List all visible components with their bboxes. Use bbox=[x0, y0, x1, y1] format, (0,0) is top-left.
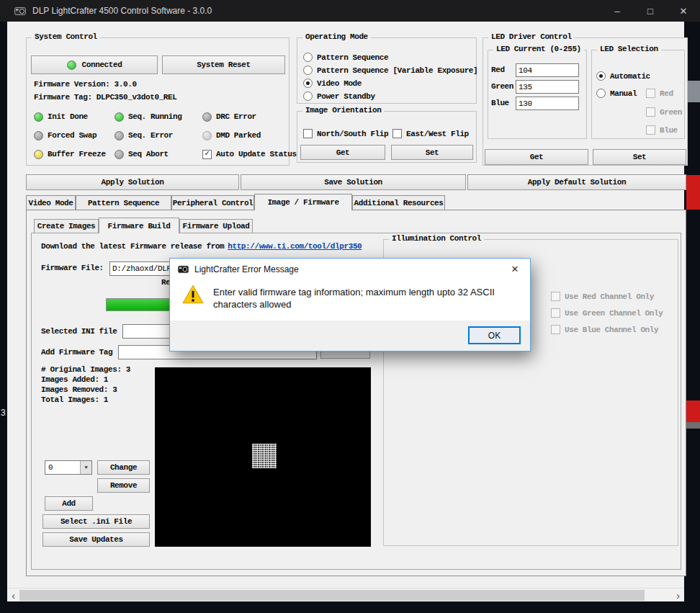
use-blue-only-option: Use Blue Channel Only bbox=[551, 325, 658, 334]
led-driver-control-group: LED Driver Control LED Current (0-255) R… bbox=[483, 37, 688, 166]
orientation-set-button[interactable]: Set bbox=[391, 145, 473, 160]
checkbox-label: East/West Flip bbox=[406, 130, 469, 138]
use-green-only-option: Use Green Channel Only bbox=[551, 308, 663, 318]
led-label: Seq Abort bbox=[128, 150, 169, 158]
selected-ini-label: Selected INI file bbox=[41, 327, 117, 336]
connected-label: Connected bbox=[82, 61, 122, 69]
green-current-input[interactable] bbox=[516, 80, 579, 94]
tab-pattern-sequence[interactable]: Pattern Sequence bbox=[76, 195, 171, 210]
select-ini-file-button[interactable]: Select .ini File bbox=[42, 514, 150, 529]
use-red-only-option: Use Red Channel Only bbox=[551, 292, 654, 301]
led-label: Buffer Freeze bbox=[48, 150, 106, 158]
pattern-sequence-radio[interactable] bbox=[303, 53, 313, 62]
east-west-checkbox[interactable] bbox=[392, 129, 402, 138]
save-solution-button[interactable]: Save Solution bbox=[241, 174, 466, 190]
apply-solution-button[interactable]: Apply Solution bbox=[26, 174, 239, 190]
green-label: Green bbox=[491, 82, 513, 91]
download-line: Download the latest Firmware release fro… bbox=[41, 242, 362, 251]
power-standby-radio[interactable] bbox=[303, 91, 313, 101]
checkbox-label: Use Blue Channel Only bbox=[565, 326, 658, 334]
firmware-tag-text: Firmware Tag: DLPC350_v3dot0_REL bbox=[34, 93, 176, 102]
tab-image-firmware[interactable]: Image / Firmware bbox=[254, 194, 352, 210]
desktop-stray-text: 3 bbox=[1, 408, 6, 418]
image-orientation-group: Image Orientation North/South Flip East/… bbox=[297, 111, 477, 163]
group-title: LED Driver Control bbox=[488, 32, 575, 41]
horizontal-scrollbar[interactable]: ‹ › bbox=[7, 588, 684, 601]
firmware-download-link[interactable]: http://www.ti.com/tool/dlpr350 bbox=[228, 242, 362, 251]
pattern-sequence-ve-option: Pattern Sequence [Variable Exposure] bbox=[303, 66, 477, 75]
radio-label: Automatic bbox=[610, 72, 650, 81]
minimize-button[interactable]: – bbox=[601, 0, 634, 22]
connected-button[interactable]: Connected bbox=[31, 55, 158, 74]
group-title: Operating Mode bbox=[302, 32, 371, 41]
led-current-group: LED Current (0-255) Red Green Blue bbox=[488, 50, 587, 139]
dropdown-value: 0 bbox=[45, 463, 80, 472]
automatic-radio[interactable] bbox=[596, 71, 606, 81]
radio-label: Video Mode bbox=[317, 79, 362, 88]
init-done-led-icon bbox=[34, 112, 43, 122]
group-title: Illumination Control bbox=[389, 234, 484, 243]
ok-button[interactable]: OK bbox=[468, 326, 521, 344]
led-get-button[interactable]: Get bbox=[485, 149, 588, 165]
north-south-checkbox[interactable] bbox=[303, 129, 313, 138]
add-button[interactable]: Add bbox=[45, 496, 93, 511]
image-index-dropdown[interactable]: 0 ▼ bbox=[45, 460, 92, 475]
tab-firmware-upload[interactable]: Firmware Upload bbox=[179, 219, 253, 233]
power-standby-option: Power Standby bbox=[303, 91, 375, 101]
checkbox-label: Use Green Channel Only bbox=[565, 309, 663, 318]
orientation-get-button[interactable]: Get bbox=[300, 145, 385, 160]
scrollbar-thumb[interactable] bbox=[19, 590, 645, 601]
group-title: LED Selection bbox=[597, 45, 661, 53]
manual-option: Manual bbox=[596, 89, 637, 98]
video-mode-radio[interactable] bbox=[303, 79, 313, 88]
status-init-done: Init Done bbox=[34, 112, 115, 122]
group-title: LED Current (0-255) bbox=[493, 45, 584, 53]
manual-radio[interactable] bbox=[596, 89, 606, 98]
radio-label: Power Standby bbox=[317, 92, 375, 101]
use-green-only-checkbox bbox=[551, 308, 560, 318]
auto-update-label: Auto Update Status bbox=[216, 150, 297, 158]
scroll-left-arrow[interactable]: ‹ bbox=[7, 589, 19, 602]
led-label: Init Done bbox=[48, 112, 88, 121]
remove-button[interactable]: Remove bbox=[97, 478, 150, 493]
red-current-input[interactable] bbox=[516, 63, 579, 77]
scroll-right-arrow[interactable]: › bbox=[672, 589, 684, 602]
pattern-sequence-ve-radio[interactable] bbox=[303, 66, 313, 75]
green-channel-checkbox bbox=[646, 107, 655, 117]
blue-label: Blue bbox=[491, 99, 509, 107]
status-buffer-freeze: Buffer Freeze bbox=[34, 150, 115, 159]
dialog-message: Enter valid firmware tag information; ma… bbox=[213, 286, 526, 310]
checkbox-label: North/South Flip bbox=[317, 130, 388, 138]
led-label: DMD Parked bbox=[216, 131, 261, 140]
tab-additional-resources[interactable]: Additional Resources bbox=[352, 195, 445, 210]
led-label: Seq. Error bbox=[128, 131, 173, 140]
pattern-thumbnail bbox=[252, 444, 277, 468]
led-set-button[interactable]: Set bbox=[593, 149, 686, 165]
change-button[interactable]: Change bbox=[97, 460, 150, 475]
dropdown-arrow-icon[interactable]: ▼ bbox=[80, 461, 91, 474]
maximize-button[interactable]: □ bbox=[634, 0, 667, 22]
warning-icon bbox=[182, 285, 204, 304]
system-control-group: System Control Connected System Reset Fi… bbox=[26, 37, 290, 166]
screen: 3 DLP LightCrafter 4500 Control Software… bbox=[0, 0, 700, 613]
apply-default-solution-button[interactable]: Apply Default Solution bbox=[467, 174, 686, 190]
auto-update-status: ✓Auto Update Status bbox=[202, 150, 297, 159]
check-icon: ✓ bbox=[205, 150, 210, 158]
blue-current-input[interactable] bbox=[516, 97, 579, 110]
led-selection-group: LED Selection Automatic Manual Red Green… bbox=[591, 50, 685, 139]
north-south-option: North/South Flip bbox=[303, 129, 388, 138]
desktop-artifact bbox=[686, 175, 700, 210]
tab-peripheral-control[interactable]: Peripheral Control bbox=[171, 195, 254, 210]
tab-create-images[interactable]: Create Images bbox=[34, 219, 99, 233]
download-text: Download the latest Firmware release fro… bbox=[41, 242, 224, 251]
dialog-close-button[interactable]: ✕ bbox=[500, 259, 530, 279]
close-button[interactable]: ✕ bbox=[667, 0, 700, 22]
tab-video-mode[interactable]: Video Mode bbox=[26, 195, 76, 210]
dialog-projector-icon bbox=[178, 264, 189, 274]
save-updates-button[interactable]: Save Updates bbox=[42, 532, 150, 547]
auto-update-checkbox[interactable]: ✓ bbox=[202, 150, 212, 159]
radio-label: Pattern Sequence [Variable Exposure] bbox=[317, 66, 477, 75]
tab-firmware-build[interactable]: Firmware Build bbox=[99, 218, 179, 233]
checkbox-label: Blue bbox=[660, 126, 678, 135]
system-reset-button[interactable]: System Reset bbox=[162, 55, 285, 74]
